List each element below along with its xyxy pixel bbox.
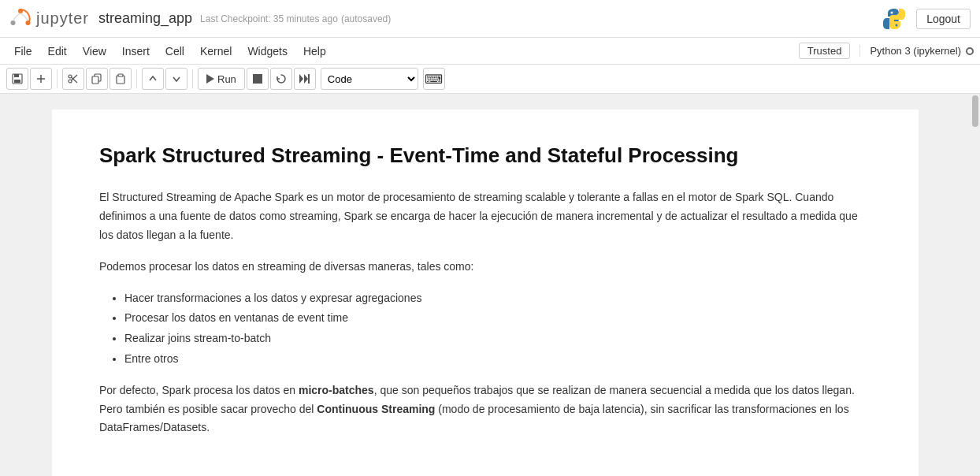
paste-button[interactable] xyxy=(110,68,132,90)
paragraph-3-before: Por defecto, Spark procesa los datos en xyxy=(99,384,299,396)
run-label: Run xyxy=(217,73,236,85)
keyboard-shortcuts-button[interactable]: ⌨ xyxy=(423,68,445,90)
play-icon xyxy=(206,74,214,84)
list-item: Hacer transformaciones a los datos y exp… xyxy=(124,289,871,308)
jupyter-logo: jupyter xyxy=(9,8,89,30)
svg-point-3 xyxy=(891,11,893,13)
copy-icon xyxy=(91,73,102,84)
copy-button[interactable] xyxy=(86,68,108,90)
svg-rect-7 xyxy=(14,80,20,83)
top-right-controls: Logout xyxy=(882,6,971,32)
stop-button[interactable] xyxy=(247,68,269,90)
toolbar: Run Code Markdown Raw NBConvert Heading … xyxy=(0,65,980,94)
fast-forward-button[interactable] xyxy=(294,68,316,90)
topbar: jupyter streaming_app Last Checkpoint: 3… xyxy=(0,0,980,38)
cell-paragraph-1: El Structured Streaming de Apache Spark … xyxy=(99,188,871,244)
autosaved-label: (autosaved) xyxy=(341,13,391,24)
svg-point-2 xyxy=(11,20,16,25)
toolbar-separator-1 xyxy=(57,69,58,88)
svg-marker-20 xyxy=(299,74,303,84)
cell-paragraph-2: Podemos procesar los datos en streaming … xyxy=(99,258,871,277)
kernel-info: Python 3 (ipykernel) xyxy=(859,45,974,57)
move-up-button[interactable] xyxy=(142,68,164,90)
arrow-down-icon xyxy=(171,73,182,84)
notebook-cell: Spark Structured Streaming - Event-Time … xyxy=(52,110,919,476)
move-down-button[interactable] xyxy=(165,68,187,90)
jupyter-brand-text: jupyter xyxy=(36,9,89,28)
main-area: Spark Structured Streaming - Event-Time … xyxy=(0,94,980,476)
restart-button[interactable] xyxy=(270,68,292,90)
menu-edit[interactable]: Edit xyxy=(40,42,75,61)
jupyter-logo-icon xyxy=(9,8,32,30)
menu-view[interactable]: View xyxy=(75,42,114,61)
stop-icon xyxy=(253,74,262,84)
svg-rect-15 xyxy=(92,76,98,84)
restart-icon xyxy=(276,73,287,84)
notebook-container: Spark Structured Streaming - Event-Time … xyxy=(0,94,971,476)
svg-point-4 xyxy=(896,24,898,26)
arrow-up-icon xyxy=(147,73,158,84)
cell-paragraph-3: Por defecto, Spark procesa los datos en … xyxy=(99,381,871,437)
trusted-button[interactable]: Trusted xyxy=(799,43,851,59)
toolbar-separator-3 xyxy=(192,69,193,88)
toolbar-separator-2 xyxy=(136,69,137,88)
list-item: Procesar los datos en ventanas de event … xyxy=(124,309,871,328)
scrollbar[interactable] xyxy=(971,94,980,476)
logout-button[interactable]: Logout xyxy=(916,9,971,29)
kernel-name: Python 3 (ipykernel) xyxy=(870,45,961,57)
svg-rect-17 xyxy=(118,74,123,76)
scissors-icon xyxy=(68,73,79,84)
menu-widgets[interactable]: Widgets xyxy=(239,42,295,61)
checkpoint-info: Last Checkpoint: 35 minutes ago xyxy=(200,13,338,24)
notebook-name[interactable]: streaming_app xyxy=(98,10,192,27)
save-button[interactable] xyxy=(6,68,28,90)
svg-rect-6 xyxy=(14,74,19,77)
plus-icon xyxy=(35,73,46,84)
fast-forward-icon xyxy=(299,74,310,84)
list-item: Entre otros xyxy=(124,350,871,369)
python-icon xyxy=(882,6,907,32)
menu-cell[interactable]: Cell xyxy=(158,42,192,61)
menu-kernel[interactable]: Kernel xyxy=(192,42,239,61)
svg-marker-21 xyxy=(304,74,308,84)
cell-type-selector[interactable]: Code Markdown Raw NBConvert Heading xyxy=(321,68,418,90)
kernel-status-indicator xyxy=(966,47,974,55)
svg-marker-18 xyxy=(206,74,214,84)
cut-button[interactable] xyxy=(62,68,84,90)
menu-help[interactable]: Help xyxy=(295,42,334,61)
add-cell-button[interactable] xyxy=(30,68,52,90)
run-button[interactable]: Run xyxy=(198,68,245,90)
menu-file[interactable]: File xyxy=(6,42,40,61)
svg-rect-19 xyxy=(253,74,262,84)
save-icon xyxy=(12,73,23,84)
menu-insert[interactable]: Insert xyxy=(114,42,158,61)
scroll-thumb[interactable] xyxy=(972,95,978,127)
cell-list: Hacer transformaciones a los datos y exp… xyxy=(124,289,871,369)
paste-icon xyxy=(115,73,126,84)
list-item: Realizar joins stream-to-batch xyxy=(124,329,871,348)
paragraph-3-bold-1: micro-batches xyxy=(299,384,374,396)
cell-heading: Spark Structured Streaming - Event-Time … xyxy=(99,141,871,169)
menubar: File Edit View Insert Cell Kernel Widget… xyxy=(0,38,980,65)
paragraph-3-bold-2: Continuous Streaming xyxy=(317,403,435,415)
